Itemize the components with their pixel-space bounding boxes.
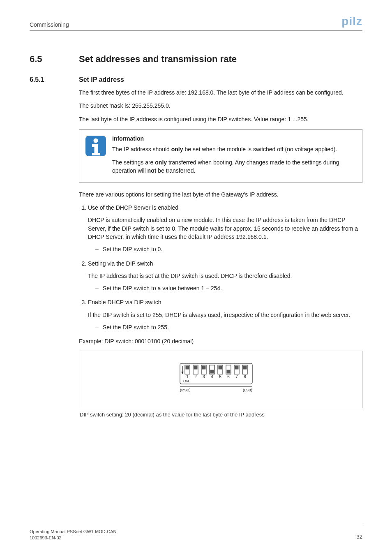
footer-line: 1002693-EN-02 (30, 535, 117, 541)
on-label: ON (183, 379, 189, 383)
text-run: be transferred. (156, 167, 195, 174)
dip-num: 3 (203, 375, 205, 379)
dip-num: 2 (194, 375, 197, 379)
paragraph: The last byte of the IP address is confi… (79, 115, 362, 123)
list-item: Set the DIP switch to a value between 1 … (95, 284, 362, 292)
section-6-5-heading: 6.5 Set addresses and transmission rate (30, 54, 362, 74)
list-item-head: Use of the DHCP Server is enabled (88, 204, 362, 212)
page-number: 32 (357, 529, 362, 540)
header-section-title: Commissioning (30, 21, 69, 28)
svg-rect-20 (219, 365, 222, 369)
ordered-list: Use of the DHCP Server is enabled DHCP i… (79, 204, 362, 331)
dash-list: Set the DIP switch to 0. (88, 245, 362, 253)
list-item: Setting via the DIP switch The IP addres… (88, 259, 362, 293)
footer-left: Operating Manual PSSnet GW1 MOD-CAN 1002… (30, 529, 117, 541)
dip-num: 6 (227, 375, 230, 379)
svg-rect-23 (243, 365, 247, 369)
dash-list: Set the DIP switch to a value between 1 … (88, 284, 362, 292)
paragraph: Example: DIP switch: 00010100 (20 decima… (79, 337, 362, 345)
text-run: The IP address should (112, 146, 171, 153)
dip-switch-diagram: 1 2 3 4 5 6 7 8 ON (MSB) (LSB) (178, 362, 264, 399)
paragraph: DHCP is automatically enabled on a new m… (88, 216, 362, 241)
list-item: Set the DIP switch to 0. (95, 245, 362, 253)
dip-num: 7 (235, 375, 238, 379)
svg-rect-16 (186, 365, 189, 369)
svg-rect-17 (194, 365, 198, 369)
dip-num: 4 (211, 375, 213, 379)
svg-rect-5 (180, 363, 252, 384)
lsb-label: (LSB) (243, 388, 252, 392)
content-body: The first three bytes of the IP address … (79, 88, 362, 418)
paragraph: The IP address should only be set when t… (112, 145, 355, 153)
paragraph: If the DIP switch is set to 255, DHCP is… (88, 311, 362, 319)
svg-rect-21 (227, 370, 231, 373)
information-title: Information (112, 135, 355, 142)
text-bold: only (155, 159, 167, 166)
subsection-number: 6.5.1 (30, 76, 79, 83)
list-item: Set the DIP switch to 255. (95, 323, 362, 331)
dip-num: 1 (186, 375, 189, 379)
brand-logo: pilz (341, 15, 362, 28)
subsection-title: Set IP address (79, 76, 362, 83)
paragraph: The subnet mask is: 255.255.255.0. (79, 102, 362, 110)
page-header: Commissioning pilz (30, 15, 362, 31)
section-title: Set addresses and transmission rate (79, 54, 362, 65)
paragraph: The first three bytes of the IP address … (79, 88, 362, 97)
svg-rect-22 (235, 365, 239, 369)
paragraph: There are various options for setting th… (79, 190, 362, 199)
text-bold: only (171, 146, 183, 153)
page-footer: Operating Manual PSSnet GW1 MOD-CAN 1002… (30, 526, 362, 541)
list-item-head: Setting via the DIP switch (88, 259, 362, 268)
list-item: Enable DHCP via DIP switch If the DIP sw… (88, 298, 362, 331)
section-6-5-1-heading: 6.5.1 Set IP address (30, 76, 362, 88)
svg-marker-7 (181, 372, 184, 374)
footer-line: Operating Manual PSSnet GW1 MOD-CAN (30, 529, 117, 535)
text-bold: not (148, 167, 157, 174)
svg-rect-19 (210, 370, 214, 373)
dip-num: 5 (219, 375, 221, 379)
text-run: be set when the module is switched off (… (183, 146, 337, 153)
text-run: The settings are (112, 159, 155, 166)
info-icon (85, 135, 106, 157)
figure-dip-switch: 1 2 3 4 5 6 7 8 ON (MSB) (LSB) (79, 351, 362, 408)
dip-num: 8 (244, 375, 246, 379)
svg-rect-18 (202, 365, 206, 369)
information-text: Information The IP address should only b… (112, 135, 355, 177)
msb-label: (MSB) (180, 388, 191, 392)
information-callout: Information The IP address should only b… (79, 129, 362, 183)
list-item-head: Enable DHCP via DIP switch (88, 298, 362, 306)
paragraph: The IP address that is set at the DIP sw… (88, 272, 362, 280)
svg-rect-4 (92, 153, 100, 155)
paragraph: The settings are only transferred when b… (112, 158, 355, 175)
figure-caption: DIP switch setting: 20 (decimal) as the … (80, 412, 362, 418)
section-number: 6.5 (30, 54, 79, 65)
svg-point-1 (94, 138, 98, 143)
dash-list: Set the DIP switch to 255. (88, 323, 362, 331)
list-item: Use of the DHCP Server is enabled DHCP i… (88, 204, 362, 253)
